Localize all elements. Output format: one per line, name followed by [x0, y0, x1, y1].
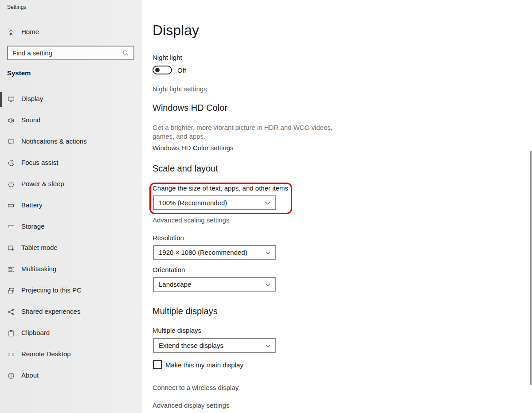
night-light-toggle[interactable] — [153, 66, 172, 74]
sidebar-item-label: Projecting to this PC — [21, 286, 82, 294]
sidebar-section-header: System — [7, 69, 31, 77]
sidebar-item-label: Remote Desktop — [21, 350, 71, 358]
search-box — [7, 46, 134, 60]
multiple-displays-heading: Multiple displays — [153, 306, 218, 316]
hd-color-description: Get a brighter, more vibrant picture in … — [153, 123, 335, 141]
sidebar-item-multitasking[interactable]: Multitasking — [0, 261, 142, 278]
sidebar-item-label: Battery — [21, 201, 43, 209]
search-input[interactable] — [12, 47, 121, 59]
advanced-scaling-link[interactable]: Advanced scaling settings — [153, 216, 229, 224]
sidebar-item-label: Shared experiences — [21, 308, 80, 315]
orientation-dropdown[interactable]: Landscape — [153, 277, 276, 292]
sidebar-item-label: Power & sleep — [21, 180, 64, 187]
sidebar-item-sound[interactable]: Sound — [0, 112, 142, 129]
sidebar-item-label: Home — [21, 28, 39, 35]
orientation-label: Orientation — [153, 266, 185, 273]
battery-icon — [7, 202, 15, 210]
sidebar-item-home[interactable]: Home — [0, 24, 142, 40]
dropdown-value: Extend these displays — [159, 342, 223, 349]
main-content: Display Night light Off Night light sett… — [142, 0, 532, 413]
sidebar-item-label: Notifications & actions — [21, 137, 87, 145]
tablet-mode-icon — [7, 244, 15, 252]
sidebar-item-projecting[interactable]: Projecting to this PC — [0, 282, 142, 300]
sidebar-item-label: Multitasking — [21, 265, 56, 273]
multiple-displays-label: Multiple displays — [153, 327, 201, 334]
focus-assist-icon — [7, 159, 15, 167]
dropdown-value: Landscape — [159, 281, 191, 288]
page-title: Display — [153, 22, 199, 39]
dropdown-value: 1920 × 1080 (Recommended) — [159, 249, 247, 256]
scrollbar-thumb[interactable] — [530, 151, 532, 385]
sidebar-item-remote-desktop[interactable]: Remote Desktop — [0, 346, 142, 363]
sidebar-item-focus-assist[interactable]: Focus assist — [0, 154, 142, 172]
sound-icon — [7, 117, 15, 125]
hd-color-heading: Windows HD Color — [153, 103, 227, 113]
chevron-down-icon — [265, 344, 270, 348]
wireless-display-link[interactable]: Connect to a wireless display — [153, 384, 239, 391]
scale-dropdown[interactable]: 100% (Recommended) — [153, 195, 276, 210]
sidebar-item-display[interactable]: Display — [0, 90, 142, 108]
sidebar-item-label: Sound — [21, 116, 40, 124]
sidebar-item-tablet-mode[interactable]: Tablet mode — [0, 239, 142, 257]
sidebar-item-shared-experiences[interactable]: Shared experiences — [0, 303, 142, 321]
chevron-down-icon — [265, 283, 270, 287]
night-light-settings-link[interactable]: Night light settings — [153, 85, 207, 93]
resolution-dropdown[interactable]: 1920 × 1080 (Recommended) — [153, 245, 276, 260]
sidebar-item-notifications[interactable]: Notifications & actions — [0, 133, 142, 151]
sidebar-item-label: Focus assist — [21, 159, 58, 166]
sidebar-item-label: Clipboard — [21, 329, 50, 336]
sidebar: Settings Home System Display — [0, 0, 142, 413]
chevron-down-icon — [265, 251, 270, 255]
search-icon[interactable] — [122, 49, 130, 57]
about-icon — [7, 372, 15, 380]
projecting-icon — [7, 287, 15, 295]
night-light-toggle-state: Off — [177, 66, 186, 74]
resolution-label: Resolution — [153, 234, 184, 242]
remote-desktop-icon — [7, 351, 15, 358]
night-light-label: Night light — [153, 54, 182, 61]
display-icon — [7, 95, 15, 103]
selected-accent-bar — [0, 92, 2, 107]
sidebar-item-battery[interactable]: Battery — [0, 197, 142, 214]
power-icon — [7, 180, 15, 188]
notifications-icon — [7, 138, 15, 146]
settings-window: Settings Home System Display — [0, 0, 532, 413]
toggle-knob — [155, 68, 160, 72]
storage-icon — [7, 223, 15, 231]
chevron-down-icon — [265, 202, 270, 205]
scale-dropdown-label: Change the size of text, apps, and other… — [153, 184, 288, 192]
sidebar-item-clipboard[interactable]: Clipboard — [0, 324, 142, 342]
sidebar-item-label: Tablet mode — [21, 244, 58, 251]
sidebar-item-about[interactable]: About — [0, 367, 142, 385]
sidebar-item-power-sleep[interactable]: Power & sleep — [0, 175, 142, 193]
shared-experiences-icon — [7, 308, 15, 316]
multiple-displays-dropdown[interactable]: Extend these displays — [153, 338, 276, 353]
hd-color-settings-link[interactable]: Windows HD Color settings — [153, 144, 234, 152]
multitasking-icon — [7, 265, 15, 273]
scale-layout-heading: Scale and layout — [153, 164, 218, 174]
main-display-checkbox-label: Make this my main display — [165, 361, 243, 369]
sidebar-item-label: Storage — [21, 222, 45, 230]
home-icon — [7, 28, 15, 36]
sidebar-item-label: Display — [21, 95, 43, 102]
clipboard-icon — [7, 329, 15, 337]
main-display-checkbox[interactable] — [153, 360, 162, 369]
sidebar-item-storage[interactable]: Storage — [0, 218, 142, 236]
app-title: Settings — [7, 4, 26, 10]
dropdown-value: 100% (Recommended) — [159, 199, 227, 206]
advanced-display-settings-link[interactable]: Advanced display settings — [153, 401, 229, 409]
sidebar-item-label: About — [21, 371, 39, 379]
